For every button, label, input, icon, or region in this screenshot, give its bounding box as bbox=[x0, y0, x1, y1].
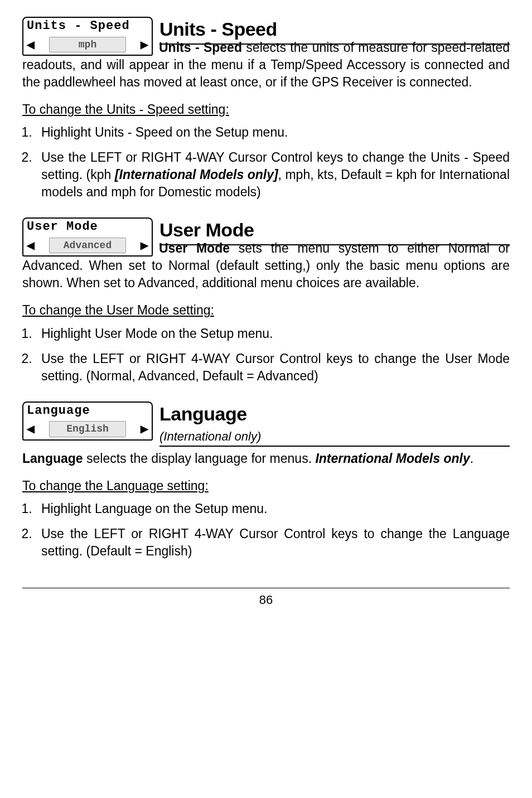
section-paragraph: Units - Speed selects the units of measu… bbox=[22, 39, 510, 91]
widget-value: English bbox=[49, 421, 126, 437]
list-item: Use the LEFT or RIGHT 4-WAY Cursor Contr… bbox=[36, 350, 510, 385]
section-paragraph: User Mode sets the menu system to either… bbox=[22, 240, 510, 292]
widget-value-row[interactable]: ◀ English ▶ bbox=[23, 420, 152, 439]
list-item: Highlight User Mode on the Setup menu. bbox=[36, 325, 510, 342]
section-language: Language ◀ English ▶ Language (Internati… bbox=[22, 402, 510, 560]
para-lead: User Mode bbox=[159, 241, 230, 255]
list-item: Use the LEFT or RIGHT 4-WAY Cursor Contr… bbox=[36, 525, 510, 560]
procedure-list: Highlight User Mode on the Setup menu. U… bbox=[36, 325, 510, 385]
arrow-left-icon[interactable]: ◀ bbox=[27, 422, 35, 436]
arrow-right-icon[interactable]: ▶ bbox=[141, 422, 148, 436]
widget-title: Language bbox=[23, 403, 152, 420]
para-rest: sets the menu system to either Normal or… bbox=[22, 241, 510, 290]
page-footer: 86 bbox=[22, 588, 510, 608]
section-user-mode: User Mode ◀ Advanced ▶ User Mode User Mo… bbox=[22, 217, 510, 384]
section-heading: Language bbox=[159, 402, 510, 427]
widget-title: Units - Speed bbox=[23, 18, 152, 36]
section-paragraph: Language selects the display language fo… bbox=[22, 450, 510, 467]
procedure-list: Highlight Units - Speed on the Setup men… bbox=[36, 124, 510, 201]
page-number: 86 bbox=[259, 593, 273, 607]
procedure-list: Highlight Language on the Setup menu. Us… bbox=[36, 500, 510, 560]
para-lead: Units - Speed bbox=[159, 40, 242, 55]
heading-wrap: Language (International only) bbox=[159, 402, 510, 447]
procedure-heading: To change the Units - Speed setting: bbox=[22, 101, 510, 118]
procedure-heading: To change the User Mode setting: bbox=[22, 302, 510, 319]
list-item: Highlight Units - Speed on the Setup men… bbox=[36, 124, 510, 141]
list-item: Highlight Language on the Setup menu. bbox=[36, 500, 510, 518]
procedure-heading: To change the Language setting: bbox=[22, 477, 510, 495]
section-subheading: (International only) bbox=[159, 428, 510, 445]
widget-title: User Mode bbox=[23, 219, 152, 236]
menu-widget-language: Language ◀ English ▶ bbox=[22, 402, 153, 441]
section-units-speed: Units - Speed ◀ mph ▶ Units - Speed Unit… bbox=[22, 17, 510, 201]
header-row: Language ◀ English ▶ Language (Internati… bbox=[22, 402, 510, 447]
para-rest: selects the units of measure for speed-r… bbox=[22, 40, 510, 89]
list-item: Use the LEFT or RIGHT 4-WAY Cursor Contr… bbox=[36, 149, 510, 201]
